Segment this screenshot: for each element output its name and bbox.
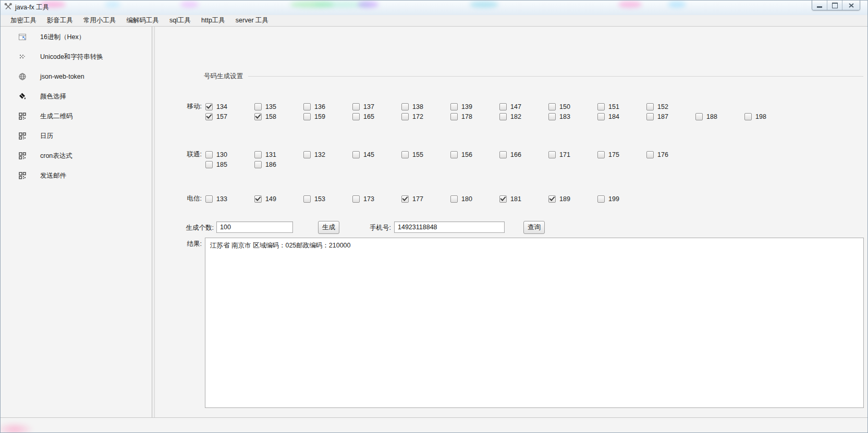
sidebar-item[interactable]: 16进制（Hex） — [1, 27, 152, 47]
checkbox-checked[interactable] — [401, 195, 409, 203]
checkbox-unchecked[interactable] — [205, 195, 213, 203]
prefix-option-178[interactable]: 178 — [450, 113, 499, 120]
prefix-option-155[interactable]: 155 — [401, 151, 450, 158]
checkbox-unchecked[interactable] — [744, 113, 752, 120]
prefix-option-157[interactable]: 157 — [205, 113, 254, 120]
checkbox-unchecked[interactable] — [450, 195, 458, 203]
prefix-option-175[interactable]: 175 — [597, 151, 646, 158]
checkbox-unchecked[interactable] — [695, 113, 703, 120]
menu-item[interactable]: 常用小工具 — [79, 15, 121, 26]
checkbox-unchecked[interactable] — [303, 113, 311, 120]
checkbox-unchecked[interactable] — [303, 151, 311, 158]
checkbox-unchecked[interactable] — [401, 103, 409, 110]
checkbox-unchecked[interactable] — [597, 195, 605, 203]
checkbox-unchecked[interactable] — [352, 151, 360, 158]
prefix-option-182[interactable]: 182 — [499, 113, 548, 120]
phone-number-input[interactable] — [394, 221, 505, 233]
menu-item[interactable]: server 工具 — [231, 15, 273, 26]
close-button[interactable] — [842, 1, 860, 10]
prefix-option-186[interactable]: 186 — [254, 161, 303, 168]
prefix-option-188[interactable]: 188 — [695, 113, 744, 120]
prefix-option-189[interactable]: 189 — [548, 195, 597, 203]
prefix-option-152[interactable]: 152 — [646, 103, 695, 110]
checkbox-unchecked[interactable] — [499, 113, 507, 120]
checkbox-unchecked[interactable] — [597, 103, 605, 110]
prefix-option-145[interactable]: 145 — [352, 151, 401, 158]
checkbox-unchecked[interactable] — [254, 103, 262, 110]
checkbox-checked[interactable] — [205, 103, 213, 110]
prefix-option-147[interactable]: 147 — [499, 103, 548, 110]
prefix-option-130[interactable]: 130 — [205, 151, 254, 158]
prefix-option-134[interactable]: 134 — [205, 103, 254, 110]
prefix-option-139[interactable]: 139 — [450, 103, 499, 110]
checkbox-unchecked[interactable] — [352, 195, 360, 203]
checkbox-unchecked[interactable] — [205, 151, 213, 158]
prefix-option-135[interactable]: 135 — [254, 103, 303, 110]
menu-item[interactable]: http工具 — [197, 15, 230, 26]
checkbox-unchecked[interactable] — [646, 113, 654, 120]
checkbox-unchecked[interactable] — [548, 103, 556, 110]
prefix-option-150[interactable]: 150 — [548, 103, 597, 110]
menu-item[interactable]: 编解码工具 — [122, 15, 164, 26]
menu-item[interactable]: sql工具 — [165, 15, 195, 26]
prefix-option-153[interactable]: 153 — [303, 195, 352, 203]
prefix-option-184[interactable]: 184 — [597, 113, 646, 120]
sidebar-item[interactable]: 发送邮件 — [1, 166, 152, 185]
checkbox-unchecked[interactable] — [254, 151, 262, 158]
checkbox-unchecked[interactable] — [205, 161, 213, 168]
sidebar-item[interactable]: Unicode和字符串转换 — [1, 47, 152, 67]
sidebar-item[interactable]: cron表达式 — [1, 146, 152, 166]
prefix-option-183[interactable]: 183 — [548, 113, 597, 120]
prefix-option-185[interactable]: 185 — [205, 161, 254, 168]
prefix-option-159[interactable]: 159 — [303, 113, 352, 120]
prefix-option-138[interactable]: 138 — [401, 103, 450, 110]
prefix-option-151[interactable]: 151 — [597, 103, 646, 110]
prefix-option-199[interactable]: 199 — [597, 195, 646, 203]
checkbox-unchecked[interactable] — [597, 151, 605, 158]
menu-item[interactable]: 影音工具 — [42, 15, 78, 26]
checkbox-unchecked[interactable] — [303, 195, 311, 203]
prefix-option-133[interactable]: 133 — [205, 195, 254, 203]
checkbox-unchecked[interactable] — [352, 103, 360, 110]
checkbox-unchecked[interactable] — [450, 103, 458, 110]
prefix-option-187[interactable]: 187 — [646, 113, 695, 120]
prefix-option-181[interactable]: 181 — [499, 195, 548, 203]
checkbox-unchecked[interactable] — [548, 151, 556, 158]
maximize-button[interactable] — [827, 1, 842, 10]
prefix-option-136[interactable]: 136 — [303, 103, 352, 110]
prefix-option-198[interactable]: 198 — [744, 113, 793, 120]
prefix-option-180[interactable]: 180 — [450, 195, 499, 203]
checkbox-unchecked[interactable] — [499, 103, 507, 110]
checkbox-unchecked[interactable] — [548, 113, 556, 120]
menu-item[interactable]: 加密工具 — [6, 15, 41, 26]
checkbox-checked[interactable] — [254, 195, 262, 203]
checkbox-unchecked[interactable] — [499, 151, 507, 158]
checkbox-checked[interactable] — [254, 113, 262, 120]
checkbox-unchecked[interactable] — [352, 113, 360, 120]
checkbox-unchecked[interactable] — [303, 103, 311, 110]
checkbox-unchecked[interactable] — [401, 151, 409, 158]
prefix-option-156[interactable]: 156 — [450, 151, 499, 158]
checkbox-checked[interactable] — [548, 195, 556, 203]
prefix-option-173[interactable]: 173 — [352, 195, 401, 203]
minimize-button[interactable] — [812, 1, 827, 10]
checkbox-checked[interactable] — [205, 113, 213, 120]
checkbox-unchecked[interactable] — [401, 113, 409, 120]
sidebar-item[interactable]: 颜色选择 — [1, 86, 152, 106]
prefix-option-176[interactable]: 176 — [646, 151, 695, 158]
sidebar-item[interactable]: 日历 — [1, 126, 152, 146]
prefix-option-165[interactable]: 165 — [352, 113, 401, 120]
checkbox-unchecked[interactable] — [646, 103, 654, 110]
checkbox-unchecked[interactable] — [450, 113, 458, 120]
prefix-option-171[interactable]: 171 — [548, 151, 597, 158]
checkbox-unchecked[interactable] — [597, 113, 605, 120]
sidebar-item[interactable]: json-web-token — [1, 67, 152, 86]
result-textarea[interactable]: 江苏省 南京市 区域编码：025邮政编码：210000 — [205, 238, 864, 408]
prefix-option-132[interactable]: 132 — [303, 151, 352, 158]
prefix-option-166[interactable]: 166 — [499, 151, 548, 158]
query-button[interactable]: 查询 — [523, 221, 545, 234]
prefix-option-158[interactable]: 158 — [254, 113, 303, 120]
prefix-option-149[interactable]: 149 — [254, 195, 303, 203]
sidebar-item[interactable]: 生成二维码 — [1, 106, 152, 126]
prefix-option-172[interactable]: 172 — [401, 113, 450, 120]
